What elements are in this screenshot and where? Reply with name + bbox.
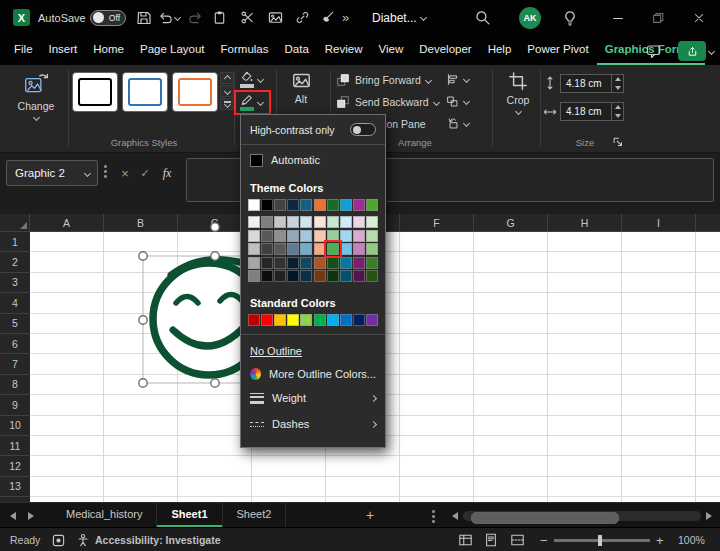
zoom-slider-knob[interactable] [598,535,602,546]
zoom-in-button[interactable]: + [656,528,664,551]
theme-variant-0-3[interactable] [287,216,299,228]
account-avatar[interactable]: AK [519,0,541,35]
theme-variant-3-5[interactable] [314,257,326,269]
theme-variant-1-6[interactable] [327,230,339,242]
crop-button[interactable]: Crop [498,71,538,114]
insert-function-button[interactable]: fx [158,161,176,185]
scroll-left-button[interactable] [452,512,458,520]
theme-variant-3-2[interactable] [274,257,286,269]
row-header-5[interactable]: 5 [0,314,30,334]
align-objects-button[interactable] [446,73,469,86]
theme-variant-2-9[interactable] [366,243,378,255]
theme-variant-4-0[interactable] [248,270,260,282]
ribbon-tab-help[interactable]: Help [480,36,520,65]
row-header-9[interactable]: 9 [0,395,30,415]
handle-top-left[interactable] [139,252,147,260]
select-all-corner[interactable] [0,214,30,232]
theme-variant-2-7[interactable] [340,243,352,255]
shape-width-stepper[interactable]: 4.18 cm [560,102,624,121]
row-header-7[interactable]: 7 [0,354,30,374]
theme-color-7[interactable] [340,199,352,211]
standard-color-1[interactable] [261,314,273,326]
ribbon-tab-developer[interactable]: Developer [411,36,479,65]
rotate-handle[interactable] [211,223,219,231]
theme-color-9[interactable] [366,199,378,211]
name-box[interactable]: Graphic 2 [6,160,98,186]
theme-color-6[interactable] [327,199,339,211]
theme-variant-1-8[interactable] [353,230,365,242]
graphics-style-1[interactable] [72,72,118,112]
theme-variant-3-6[interactable] [327,257,339,269]
theme-variant-2-0[interactable] [248,243,260,255]
theme-variant-3-4[interactable] [300,257,312,269]
standard-color-4[interactable] [300,314,312,326]
high-contrast-toggle[interactable] [350,123,376,136]
sheet-tabs-menu-button[interactable] [432,510,435,523]
width-decrement[interactable] [612,112,623,121]
row-header-4[interactable]: 4 [0,293,30,313]
row-header-13[interactable]: 13 [0,477,30,497]
view-normal-button[interactable] [458,528,473,551]
theme-variant-1-9[interactable] [366,230,378,242]
enter-button[interactable]: ✓ [136,161,154,185]
theme-variant-0-7[interactable] [340,216,352,228]
rotate-objects-button[interactable] [446,117,469,130]
theme-variant-3-0[interactable] [248,257,260,269]
group-objects-button[interactable] [446,95,469,108]
column-header-A[interactable]: A [30,214,104,231]
row-header-3[interactable]: 3 [0,273,30,293]
column-header-F[interactable]: F [400,214,474,231]
bring-forward-button[interactable]: Bring Forward [336,73,431,87]
row-header-1[interactable]: 1 [0,232,30,252]
column-header-H[interactable]: H [548,214,622,231]
share-button[interactable] [678,41,706,61]
no-outline-item[interactable]: No Outline [241,339,385,362]
send-backward-button[interactable]: Send Backward [336,95,439,109]
zoom-level[interactable]: 100% [678,528,705,551]
width-increment[interactable] [612,103,623,112]
restore-button[interactable] [640,0,676,35]
row-header-6[interactable]: 6 [0,334,30,354]
zoom-slider-track[interactable] [554,539,650,542]
scrollbar-track[interactable] [463,511,701,521]
more-commands-button[interactable]: » [342,0,349,35]
row-header-12[interactable]: 12 [0,456,30,476]
height-increment[interactable] [612,75,623,84]
theme-variant-4-6[interactable] [327,270,339,282]
view-page-layout-button[interactable] [484,528,498,551]
theme-color-0[interactable] [248,199,260,211]
change-graphic-button[interactable]: Change [8,71,64,120]
theme-variant-1-3[interactable] [287,230,299,242]
sheet-tab-sheet1[interactable]: Sheet1 [157,503,222,527]
theme-variant-1-7[interactable] [340,230,352,242]
theme-variant-0-6[interactable] [327,216,339,228]
graphics-style-3[interactable] [172,72,218,112]
row-header-11[interactable]: 11 [0,436,30,456]
theme-variant-0-8[interactable] [353,216,365,228]
row-header-10[interactable]: 10 [0,416,30,436]
share-dropdown-chevron[interactable] [708,48,715,55]
theme-variant-1-2[interactable] [274,230,286,242]
search-button[interactable] [474,0,491,35]
weight-item[interactable]: Weight [241,385,385,411]
undo-dropdown[interactable] [175,0,180,35]
sheet-tab-sheet2[interactable]: Sheet2 [223,503,287,527]
theme-variant-4-5[interactable] [314,270,326,282]
picture-button[interactable] [268,0,283,35]
ribbon-tab-insert[interactable]: Insert [41,36,86,65]
sheet-nav-right-button[interactable] [28,512,34,520]
save-button[interactable] [136,0,152,35]
minimize-button[interactable] [600,0,636,35]
standard-color-7[interactable] [340,314,352,326]
theme-variant-4-9[interactable] [366,270,378,282]
sheet-tab-medical_history[interactable]: Medical_history [52,503,157,527]
new-sheet-button[interactable]: + [356,503,384,527]
undo-button[interactable] [158,0,173,35]
theme-variant-0-9[interactable] [366,216,378,228]
cut-button[interactable] [240,0,255,35]
more-outline-colors-item[interactable]: More Outline Colors... [241,362,385,385]
close-button[interactable] [680,0,718,35]
standard-color-8[interactable] [353,314,365,326]
excel-logo-icon[interactable]: X [13,0,30,35]
document-title[interactable]: Diabet... [372,0,426,35]
